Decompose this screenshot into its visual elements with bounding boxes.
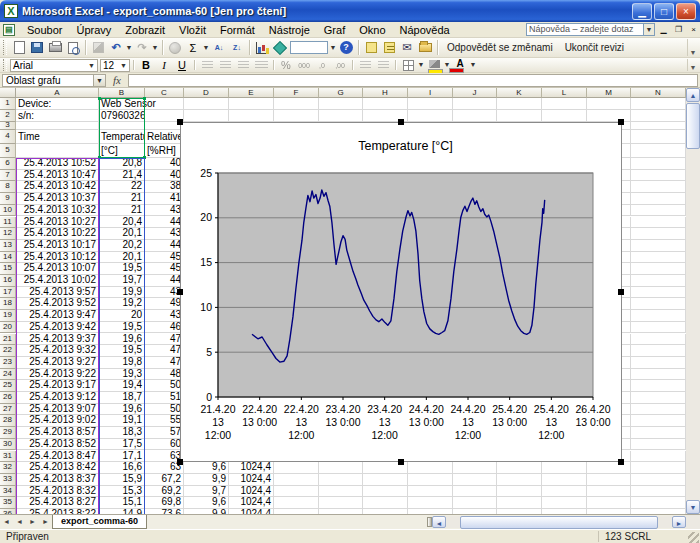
cell-C33[interactable]: 67,2 [145, 474, 184, 486]
cell-N2[interactable] [631, 110, 686, 122]
row-header-17[interactable]: 17 [0, 287, 16, 299]
chart-resize-handle[interactable] [618, 119, 624, 125]
cell-N33[interactable] [631, 474, 686, 486]
insert-hyperlink-icon[interactable] [166, 40, 184, 56]
row-header-5[interactable]: 5 [0, 144, 16, 158]
menu-nastroje[interactable]: Nástroje [262, 23, 317, 37]
cell-A8[interactable]: 25.4.2013 10:42 [16, 181, 99, 193]
row-header-34[interactable]: 34 [0, 486, 16, 498]
cell-N12[interactable] [631, 228, 686, 240]
row-header-16[interactable]: 16 [0, 275, 16, 287]
column-header-H[interactable]: H [363, 88, 408, 98]
help-icon[interactable]: ? [337, 40, 355, 56]
redo-icon[interactable]: ↷ [133, 40, 151, 56]
row-header-12[interactable]: 12 [0, 228, 16, 240]
cell-A7[interactable]: 25.4.2013 10:47 [16, 170, 99, 182]
row-header-9[interactable]: 9 [0, 193, 16, 205]
cell-J2[interactable] [453, 110, 497, 122]
cell-N14[interactable] [631, 252, 686, 264]
cell-A19[interactable]: 25.4.2013 9:47 [16, 310, 99, 322]
cell-B13[interactable]: 20,2 [99, 240, 145, 252]
row-header-27[interactable]: 27 [0, 404, 16, 416]
font-name-combobox[interactable]: Arial ▼ [10, 59, 98, 72]
chart-resize-handle[interactable] [398, 119, 404, 125]
cell-A28[interactable]: 25.4.2013 9:02 [16, 415, 99, 427]
row-header-14[interactable]: 14 [0, 252, 16, 264]
row-header-29[interactable]: 29 [0, 427, 16, 439]
cell-L32[interactable] [542, 462, 587, 474]
row-header-26[interactable]: 26 [0, 392, 16, 404]
row-header-33[interactable]: 33 [0, 474, 16, 486]
cell-M32[interactable] [587, 462, 631, 474]
cell-N17[interactable] [631, 287, 686, 299]
x-axis-label[interactable]: 13 0:00 [242, 416, 277, 428]
y-axis-label[interactable]: 15 [200, 256, 212, 268]
borders-icon[interactable] [399, 59, 417, 72]
chart-wizard-icon[interactable] [253, 40, 271, 56]
cell-N19[interactable] [631, 310, 686, 322]
row-header-25[interactable]: 25 [0, 380, 16, 392]
cell-A27[interactable]: 25.4.2013 9:07 [16, 404, 99, 416]
horizontal-scroll-thumb[interactable] [460, 516, 658, 529]
name-box-dropdown-icon[interactable]: ▼ [94, 74, 106, 87]
cell-B6[interactable]: 20,8 [99, 158, 145, 170]
cell-J35[interactable] [453, 497, 497, 509]
cell-A35[interactable]: 25.4.2013 8:27 [16, 497, 99, 509]
row-header-30[interactable]: 30 [0, 439, 16, 451]
doc-restore-icon[interactable]: ❐ [672, 24, 685, 36]
cell-K2[interactable] [497, 110, 542, 122]
cell-F34[interactable] [274, 486, 319, 498]
help-search-input[interactable]: Nápověda – zadejte dotaz [526, 23, 644, 36]
send-mail-icon[interactable]: ✉ [398, 40, 416, 56]
x-axis-label[interactable]: 13 [545, 416, 557, 428]
cell-A23[interactable]: 25.4.2013 9:27 [16, 357, 99, 369]
x-axis-label[interactable]: 23.4.20 [367, 403, 402, 415]
cell-C23[interactable]: 47 [145, 357, 184, 369]
increase-indent-icon[interactable] [374, 59, 392, 72]
cell-C21[interactable]: 47 [145, 334, 184, 346]
sheet-tab-active[interactable]: export_comma-60 [52, 515, 147, 529]
x-axis-label[interactable]: 26.4.20 [575, 403, 610, 415]
cell-C6[interactable]: 40 [145, 158, 184, 170]
row-header-19[interactable]: 19 [0, 310, 16, 322]
x-axis-label[interactable]: 12:00 [538, 429, 564, 441]
cell-H1[interactable] [363, 98, 408, 110]
cell-C34[interactable]: 69,2 [145, 486, 184, 498]
cell-J32[interactable] [453, 462, 497, 474]
cell-A1[interactable]: Device: [16, 98, 99, 110]
drawing-icon[interactable] [271, 40, 289, 56]
formula-input[interactable] [128, 74, 698, 87]
column-header-B[interactable]: B [99, 88, 145, 98]
autosum-icon[interactable]: Σ [184, 40, 202, 56]
decrease-indent-icon[interactable] [356, 59, 374, 72]
cell-N25[interactable] [631, 380, 686, 392]
cell-B23[interactable]: 19,8 [99, 357, 145, 369]
cell-C19[interactable]: 43 [145, 310, 184, 322]
chart-resize-handle[interactable] [618, 289, 624, 295]
cell-M34[interactable] [587, 486, 631, 498]
cell-C26[interactable]: 51 [145, 392, 184, 404]
horizontal-scrollbar[interactable] [446, 516, 672, 528]
column-header-I[interactable]: I [408, 88, 453, 98]
decrease-decimal-icon[interactable]: ,00 [331, 59, 349, 72]
cell-C25[interactable]: 50 [145, 380, 184, 392]
cell-E34[interactable]: 1024,4 [229, 486, 274, 498]
align-center-icon[interactable] [216, 59, 234, 72]
cell-L34[interactable] [542, 486, 587, 498]
worksheet-grid[interactable]: 051015202521.4.201312:0022.4.2013 0:0022… [0, 88, 700, 514]
zoom-combobox[interactable] [290, 41, 328, 54]
y-axis-label[interactable]: 5 [206, 346, 212, 358]
cell-I33[interactable] [408, 474, 453, 486]
row-header-24[interactable]: 24 [0, 369, 16, 381]
insert-function-icon[interactable]: fx [106, 74, 128, 86]
x-axis-label[interactable]: 13 [212, 416, 224, 428]
cell-B35[interactable]: 15,1 [99, 497, 145, 509]
cell-C24[interactable]: 48 [145, 369, 184, 381]
cell-A13[interactable]: 25.4.2013 10:17 [16, 240, 99, 252]
x-axis-label[interactable]: 13 0:00 [492, 416, 527, 428]
undo-dropdown-icon[interactable]: ▼ [125, 40, 133, 56]
cell-E35[interactable]: 1024,4 [229, 497, 274, 509]
cell-A3[interactable] [16, 122, 99, 130]
cell-B22[interactable]: 19,5 [99, 345, 145, 357]
toolbar-grip[interactable] [3, 40, 7, 55]
